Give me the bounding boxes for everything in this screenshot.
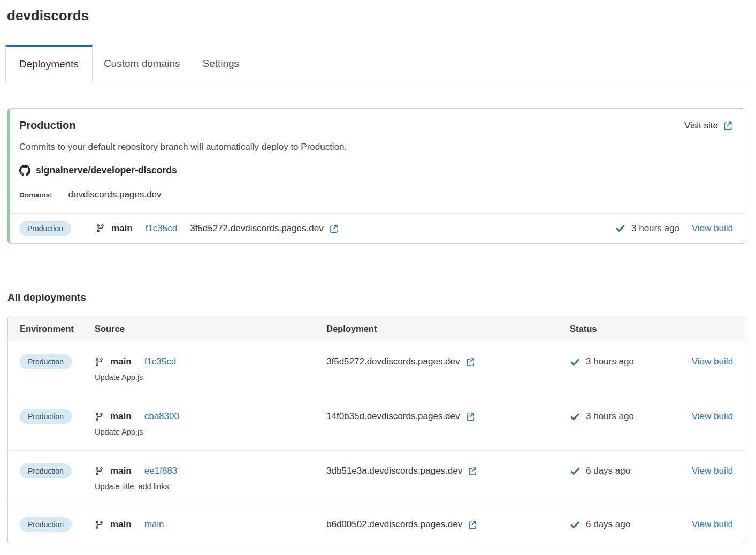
deployment-url: 14f0b35d.devdiscords.pages.dev bbox=[326, 411, 460, 422]
table-row: Production main ee1f883 Update title, ad… bbox=[8, 451, 745, 505]
commit-message: Update App.js bbox=[95, 373, 326, 382]
all-deployments-title: All deployments bbox=[7, 292, 756, 303]
deployment-url: 3db51e3a.devdiscords.pages.dev bbox=[326, 466, 462, 476]
status-check-icon bbox=[615, 223, 625, 233]
table-row: Production main main b6d00502.devdiscord… bbox=[8, 505, 745, 544]
status-check-icon bbox=[570, 412, 580, 422]
commit-message: Update App.js bbox=[95, 428, 326, 436]
status-time: 3 hours ago bbox=[586, 411, 634, 422]
commit-link[interactable]: main bbox=[144, 519, 164, 530]
commit-link[interactable]: f1c35cd bbox=[144, 356, 177, 367]
git-branch-icon bbox=[96, 224, 105, 233]
column-header-source: Source bbox=[95, 324, 326, 334]
tab-settings[interactable]: Settings bbox=[191, 45, 250, 82]
branch-name: main bbox=[111, 223, 133, 234]
production-card: Production Visit site Commits to your de… bbox=[7, 108, 745, 244]
visit-site-link[interactable]: Visit site bbox=[684, 120, 733, 131]
page-title: devdiscords bbox=[7, 7, 756, 24]
view-build-link[interactable]: View build bbox=[692, 411, 733, 422]
status-check-icon bbox=[570, 357, 580, 367]
production-deployment-row: Production main f1c35cd 3f5d5272.devdisc… bbox=[10, 213, 745, 243]
environment-badge: Production bbox=[20, 463, 72, 478]
commit-link[interactable]: f1c35cd bbox=[146, 223, 178, 234]
column-header-environment: Environment bbox=[20, 324, 95, 334]
git-branch-icon bbox=[95, 358, 104, 367]
commit-link[interactable]: ee1f883 bbox=[144, 466, 177, 476]
tab-custom-domains[interactable]: Custom domains bbox=[93, 45, 192, 82]
status-time: 3 hours ago bbox=[586, 356, 634, 367]
github-icon bbox=[19, 165, 30, 176]
status-time: 3 hours ago bbox=[631, 223, 679, 234]
deployment-url: b6d00502.devdiscords.pages.dev bbox=[326, 519, 462, 530]
external-link-icon[interactable] bbox=[468, 520, 477, 529]
status-time: 6 days ago bbox=[586, 519, 630, 530]
branch-name: main bbox=[110, 411, 132, 422]
status-check-icon bbox=[570, 466, 580, 476]
tab-bar: Deployments Custom domains Settings bbox=[5, 45, 746, 82]
table-row: Production main cba8300 Update App.js 14… bbox=[8, 396, 745, 451]
environment-badge: Production bbox=[19, 221, 71, 236]
external-link-icon[interactable] bbox=[465, 412, 475, 421]
repository-name: signalnerve/developer-discords bbox=[36, 165, 177, 176]
git-branch-icon bbox=[95, 520, 104, 529]
external-link-icon[interactable] bbox=[465, 357, 475, 367]
production-description: Commits to your default repository branc… bbox=[19, 142, 733, 153]
view-build-link[interactable]: View build bbox=[692, 356, 733, 367]
production-title: Production bbox=[19, 119, 76, 132]
deployment-url: 3f5d5272.devdiscords.pages.dev bbox=[190, 223, 324, 234]
tab-deployments[interactable]: Deployments bbox=[5, 45, 93, 82]
column-header-deployment: Deployment bbox=[326, 324, 570, 334]
environment-badge: Production bbox=[20, 354, 72, 369]
environment-badge: Production bbox=[20, 517, 72, 532]
deployment-url: 3f5d5272.devdiscords.pages.dev bbox=[326, 356, 460, 367]
environment-badge: Production bbox=[20, 409, 72, 424]
domains-label: Domains: bbox=[19, 191, 52, 199]
table-header-row: Environment Source Deployment Status bbox=[8, 316, 745, 341]
branch-name: main bbox=[110, 356, 132, 367]
visit-site-label: Visit site bbox=[684, 120, 718, 131]
deployments-table: Environment Source Deployment Status Pro… bbox=[7, 316, 745, 544]
view-build-link[interactable]: View build bbox=[692, 519, 733, 530]
commit-message: Update title, add links bbox=[95, 482, 326, 491]
view-build-link[interactable]: View build bbox=[692, 223, 733, 234]
branch-name: main bbox=[110, 466, 132, 476]
external-link-icon[interactable] bbox=[468, 466, 477, 476]
table-row: Production main f1c35cd Update App.js 3f… bbox=[8, 341, 745, 396]
git-branch-icon bbox=[95, 467, 104, 476]
status-time: 6 days ago bbox=[586, 466, 630, 476]
view-build-link[interactable]: View build bbox=[692, 466, 733, 476]
git-branch-icon bbox=[95, 412, 104, 421]
domains-value: devdiscords.pages.dev bbox=[68, 189, 162, 200]
branch-name: main bbox=[110, 519, 132, 530]
external-link-icon[interactable] bbox=[329, 224, 339, 233]
commit-link[interactable]: cba8300 bbox=[144, 411, 179, 422]
external-link-icon bbox=[723, 120, 733, 131]
status-check-icon bbox=[570, 520, 580, 530]
column-header-status: Status bbox=[570, 324, 687, 334]
